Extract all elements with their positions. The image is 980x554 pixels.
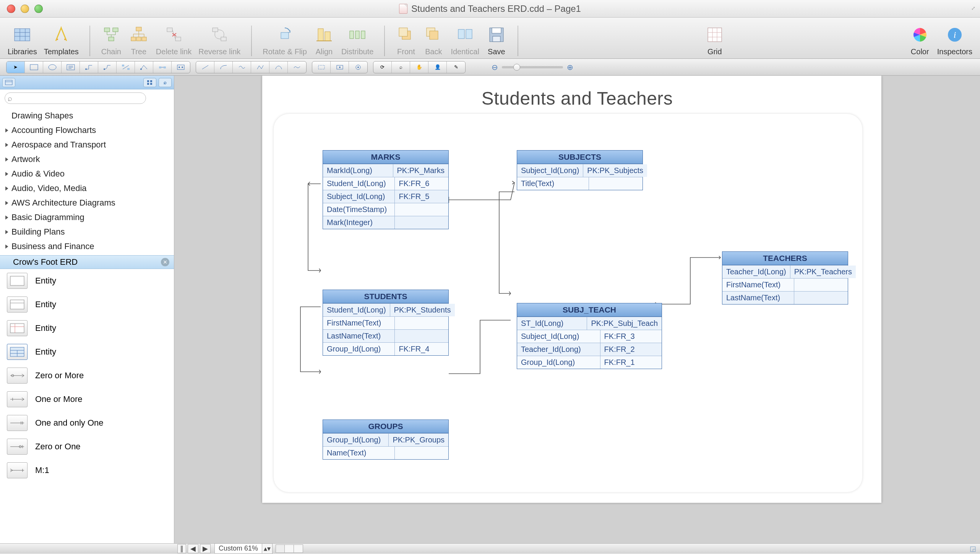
canvas[interactable]: Students and Teachers MARKS MarkId(Long)… (174, 76, 980, 543)
svg-rect-13 (142, 37, 146, 41)
zoom-thumb[interactable] (513, 64, 520, 71)
arc-tool[interactable] (214, 62, 233, 73)
tree-button[interactable]: Tree (128, 24, 149, 56)
align-button[interactable]: Align (314, 24, 334, 56)
svg-point-45 (104, 68, 105, 70)
lib-group[interactable]: AWS Architecture Diagrams (0, 196, 174, 210)
minimize-window-icon[interactable] (21, 5, 29, 13)
text-tool[interactable] (62, 62, 80, 73)
connector-1[interactable] (80, 62, 98, 73)
save-button[interactable]: Save (486, 24, 507, 56)
refresh-tool[interactable]: ⟳ (373, 62, 392, 73)
library-search-input[interactable] (5, 92, 146, 104)
search-toggle-icon[interactable]: ⌕ (159, 78, 172, 87)
grid-view-icon[interactable] (143, 78, 156, 87)
connector-4[interactable] (135, 62, 153, 73)
connector-2[interactable] (98, 62, 117, 73)
svg-rect-11 (131, 37, 136, 41)
page-tab[interactable] (294, 544, 303, 553)
templates-icon (51, 24, 71, 45)
grid-button[interactable]: Grid (704, 24, 725, 56)
library-view-icon[interactable] (2, 78, 15, 87)
zoom-window-icon[interactable] (34, 5, 43, 13)
stencil-entity[interactable]: Entity (0, 316, 174, 340)
table-groups[interactable]: GROUPS Group_Id(Long)PK:PK_Groups Name(T… (323, 420, 449, 460)
page-tab[interactable] (285, 544, 294, 553)
stencil-one-and-only-one[interactable]: One and only One (0, 411, 174, 435)
zoom-stepper-icon[interactable]: ▴▾ (262, 543, 273, 554)
spline-tool[interactable] (233, 62, 251, 73)
pointer-tool[interactable]: ➤ (6, 62, 25, 73)
page-next-icon[interactable]: ▶ (200, 544, 211, 553)
page-tab[interactable] (276, 544, 285, 553)
close-library-icon[interactable]: × (161, 258, 169, 266)
zoom-track[interactable] (502, 66, 563, 68)
svg-rect-49 (159, 66, 161, 68)
svg-rect-22 (350, 31, 354, 39)
lib-group[interactable]: Aerospace and Transport (0, 138, 174, 152)
stencil-entity[interactable]: Entity (0, 293, 174, 316)
distribute-button[interactable]: Distribute (341, 24, 373, 56)
zoom-out-icon[interactable]: ⊖ (492, 63, 498, 72)
line-tool[interactable] (196, 62, 214, 73)
table-marks[interactable]: MARKS MarkId(Long)PK:PK_Marks Student_Id… (323, 150, 449, 229)
rotate-flip-button[interactable]: Rotate & Flip (263, 24, 307, 56)
zoom-in-icon[interactable]: ⊕ (567, 63, 573, 72)
lib-group[interactable]: Drawing Shapes (0, 109, 174, 123)
wand-tool[interactable]: ✎ (447, 62, 465, 73)
lib-group[interactable]: Artwork (0, 152, 174, 167)
identical-button[interactable]: Identical (451, 24, 479, 56)
stencil-zero-or-one[interactable]: Zero or One (0, 435, 174, 458)
back-button[interactable]: Back (423, 24, 444, 56)
bezier-tool[interactable] (269, 62, 288, 73)
pan-tool[interactable]: ✋ (410, 62, 428, 73)
libraries-button[interactable]: Libraries (8, 24, 37, 56)
page-prev-icon[interactable]: ◀ (188, 544, 198, 553)
inspectors-button[interactable]: iInspectors (937, 24, 972, 56)
zoom-tool[interactable]: ⌕ (392, 62, 410, 73)
stencil-one-or-more[interactable]: One or More (0, 387, 174, 411)
table-students[interactable]: STUDENTS Student_Id(Long)PK:PK_Students … (323, 290, 449, 356)
templates-button[interactable]: Templates (44, 24, 79, 56)
connector-6[interactable] (172, 62, 190, 73)
stencil-zero-or-more[interactable]: Zero or More (0, 364, 174, 387)
snap-2[interactable] (331, 62, 349, 73)
connector-3[interactable] (117, 62, 135, 73)
freehand-tool[interactable] (288, 62, 306, 73)
fullscreen-icon[interactable]: ⤢ (971, 5, 975, 11)
table-subj-teach[interactable]: SUBJ_TEACH ST_Id(Long)PK:PK_Subj_Teach S… (517, 303, 662, 369)
stencil-entity[interactable]: Entity (0, 269, 174, 293)
page-pause-icon[interactable]: ∥ (177, 544, 186, 553)
snap-3[interactable] (349, 62, 367, 73)
lib-group[interactable]: Business and Finance (0, 239, 174, 254)
rect-tool[interactable] (25, 62, 43, 73)
active-library-header[interactable]: Crow's Foot ERD × (0, 255, 174, 269)
delete-link-button[interactable]: Delete link (156, 24, 191, 56)
user-tool[interactable]: 👤 (428, 62, 447, 73)
connector-5[interactable] (153, 62, 172, 73)
svg-point-39 (49, 65, 56, 70)
page-strip: ∥ ◀ ▶ Custom 61% ▴▾ ◲ (0, 543, 980, 553)
window-controls (0, 5, 43, 13)
svg-rect-50 (164, 66, 166, 68)
lib-group[interactable]: Audio & Video (0, 167, 174, 181)
lib-group[interactable]: Audio, Video, Media (0, 181, 174, 196)
chain-button[interactable]: Chain (101, 24, 122, 56)
lib-group[interactable]: Basic Diagramming (0, 210, 174, 225)
corner-resize-icon[interactable]: ◲ (970, 544, 980, 553)
table-teachers[interactable]: TEACHERS Teacher_Id(Long)PK:PK_Teachers … (722, 251, 848, 305)
lib-group[interactable]: Building Plans (0, 225, 174, 239)
polyline-tool[interactable] (251, 62, 269, 73)
stencil-m1[interactable]: M:1 (0, 458, 174, 482)
stencil-entity[interactable]: Entity (0, 340, 174, 364)
front-button[interactable]: Front (396, 24, 416, 56)
close-window-icon[interactable] (7, 5, 15, 13)
svg-rect-47 (127, 68, 130, 70)
snap-1[interactable] (312, 62, 331, 73)
ellipse-tool[interactable] (43, 62, 62, 73)
color-button[interactable]: Color (910, 24, 930, 56)
table-subjects[interactable]: SUBJECTS Subject_Id(Long)PK:PK_Subjects … (517, 150, 643, 190)
zoom-readout[interactable]: Custom 61% (214, 543, 262, 554)
reverse-link-button[interactable]: Reverse link (198, 24, 240, 56)
lib-group[interactable]: Accounting Flowcharts (0, 123, 174, 138)
